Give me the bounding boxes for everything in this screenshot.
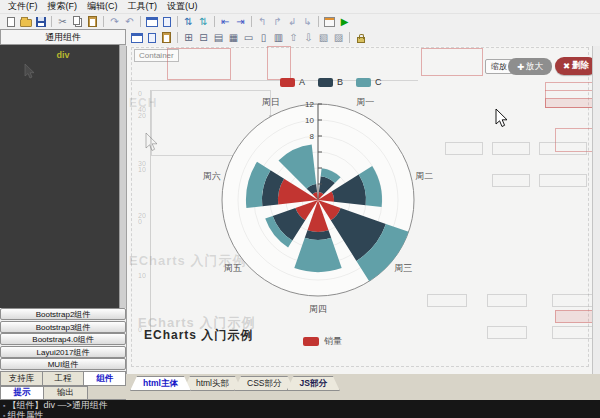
open-folder-icon[interactable] xyxy=(18,15,33,28)
tab-js[interactable]: JS部分 xyxy=(287,376,340,391)
toolbar-separator xyxy=(140,16,141,27)
arrow-style-3-icon[interactable]: ↲ xyxy=(285,15,300,28)
legend-label: B xyxy=(337,77,343,87)
tree-scrollbar[interactable] xyxy=(119,45,126,308)
window-outline-icon[interactable] xyxy=(129,31,144,44)
sync-upload-icon[interactable]: ⇅ xyxy=(181,15,196,28)
import-view-icon[interactable]: ▨ xyxy=(331,31,346,44)
add-row-icon[interactable]: ⊞ xyxy=(181,31,196,44)
move-down-icon[interactable]: ⇩ xyxy=(301,31,316,44)
phone-view-icon[interactable]: ▯ xyxy=(256,31,271,44)
field-list-icon[interactable]: ▤ xyxy=(211,31,226,44)
indent-decrease-icon[interactable]: ⇤ xyxy=(218,15,233,28)
close-icon: ✖ xyxy=(563,61,570,71)
tab-html-body[interactable]: html主体 xyxy=(130,376,191,391)
tab-support-library[interactable]: 支持库 xyxy=(0,371,43,386)
toolbar-separator xyxy=(349,32,350,43)
arrow-style-1-icon[interactable]: ↰ xyxy=(255,15,270,28)
toolbar-separator xyxy=(51,16,52,27)
save-icon[interactable] xyxy=(33,15,48,28)
svg-text:8: 8 xyxy=(310,132,315,141)
legend-item-A[interactable]: A xyxy=(280,77,305,87)
library-button-bootstrap4[interactable]: Bootstrap4.0组件 xyxy=(0,333,126,345)
tree-view-icon[interactable]: ▦ xyxy=(226,31,241,44)
toolbar-separator xyxy=(103,16,104,27)
legend-label: C xyxy=(375,77,382,87)
run-icon[interactable]: ▶ xyxy=(337,15,352,28)
legend-swatch xyxy=(356,78,371,87)
legend-item-C[interactable]: C xyxy=(356,77,382,87)
tree-item-div[interactable]: div xyxy=(0,45,126,60)
input-box-icon[interactable]: ▭ xyxy=(241,31,256,44)
page-view-icon[interactable] xyxy=(159,15,174,28)
tab-html-head[interactable]: html头部 xyxy=(183,376,242,391)
status-bar: 【组件】div —>通用组件 组件属性 xyxy=(0,400,600,418)
toolbar-separator xyxy=(177,32,178,43)
sync-download-icon[interactable]: ⇅ xyxy=(196,15,211,28)
menu-bar: 文件(F) 搜索(F) 编辑(C) 工具(T) 设置(U) xyxy=(0,0,600,13)
toolbar-separator xyxy=(177,16,178,27)
design-canvas: Container 040203010200100 ECH ECharts 入门… xyxy=(126,46,592,374)
library-button-mui[interactable]: MUI组件 xyxy=(0,358,126,370)
tab-hints[interactable]: 提示 xyxy=(0,386,44,400)
sales-legend-swatch xyxy=(303,337,319,346)
editor-tab-bar: html主体 html头部 CSS部分 JS部分 xyxy=(126,374,600,400)
copy-icon[interactable] xyxy=(70,15,85,28)
ghost-cursor-icon xyxy=(24,63,36,79)
svg-text:周二: 周二 xyxy=(415,171,433,181)
svg-text:周四: 周四 xyxy=(309,304,327,314)
tab-bar-filler xyxy=(88,386,126,400)
sales-legend-label: 销量 xyxy=(324,335,342,348)
svg-text:周一: 周一 xyxy=(356,97,374,107)
delete-button-label: 删除 xyxy=(572,60,589,72)
redo-icon[interactable]: ↷ xyxy=(107,15,122,28)
menu-file[interactable]: 文件(F) xyxy=(3,0,43,13)
status-message-clipped: 组件属性 xyxy=(3,411,600,418)
tab-components[interactable]: 组件 xyxy=(84,371,126,386)
output-tab-bar: 提示 输出 xyxy=(0,386,126,400)
undo-icon[interactable]: ↶ xyxy=(122,15,137,28)
export-view-icon[interactable]: ▧ xyxy=(316,31,331,44)
move-up-icon[interactable]: ⇧ xyxy=(286,31,301,44)
legend-swatch xyxy=(280,78,295,87)
delete-button[interactable]: ✖ 删除 xyxy=(555,57,592,75)
add-column-icon[interactable]: ⊟ xyxy=(196,31,211,44)
arrow-style-4-icon[interactable]: ↳ xyxy=(300,15,315,28)
page-blue-icon[interactable] xyxy=(144,31,159,44)
legend-label: A xyxy=(299,77,305,87)
split-view-icon[interactable]: ▥ xyxy=(271,31,286,44)
plus-icon: ✚ xyxy=(517,62,524,72)
page-title: ECharts 入门示例 xyxy=(144,327,253,344)
paste-icon[interactable] xyxy=(85,15,100,28)
arrow-style-2-icon[interactable]: ↱ xyxy=(270,15,285,28)
library-button-layui[interactable]: Layui2017组件 xyxy=(0,346,126,358)
status-message: 【组件】div —>通用组件 xyxy=(3,401,600,411)
tab-output[interactable]: 输出 xyxy=(44,386,88,400)
tab-project[interactable]: 工程 xyxy=(43,371,85,386)
cut-icon[interactable]: ✂ xyxy=(55,15,70,28)
svg-text:周六: 周六 xyxy=(203,171,221,181)
component-panel-header[interactable]: 通用组件 xyxy=(0,29,126,45)
svg-text:周日: 周日 xyxy=(262,97,280,107)
chart-legend: ABC xyxy=(280,77,382,87)
menu-tools[interactable]: 工具(T) xyxy=(123,0,163,13)
menu-settings[interactable]: 设置(U) xyxy=(162,0,203,13)
menu-search[interactable]: 搜索(F) xyxy=(43,0,83,13)
canvas-scrollbar[interactable] xyxy=(592,46,600,374)
indent-increase-icon[interactable]: ⇥ xyxy=(233,15,248,28)
svg-text:周五: 周五 xyxy=(224,263,242,273)
menu-edit[interactable]: 编辑(C) xyxy=(82,0,123,13)
tab-css[interactable]: CSS部分 xyxy=(234,376,294,391)
library-button-bootstrap3[interactable]: Bootstrap3组件 xyxy=(0,321,126,333)
window-preview-icon[interactable] xyxy=(144,15,159,28)
new-file-icon[interactable] xyxy=(3,15,18,28)
enlarge-button[interactable]: ✚ 放大 xyxy=(508,58,552,75)
toolbar-separator xyxy=(318,16,319,27)
lock-icon[interactable] xyxy=(353,31,368,44)
calendar-icon[interactable] xyxy=(322,15,337,28)
svg-text:10: 10 xyxy=(305,116,314,125)
legend-item-B[interactable]: B xyxy=(318,77,343,87)
component-paste-icon[interactable] xyxy=(159,31,174,44)
library-button-bootstrap2[interactable]: Bootstrap2组件 xyxy=(0,308,126,320)
legend-swatch xyxy=(318,78,333,87)
